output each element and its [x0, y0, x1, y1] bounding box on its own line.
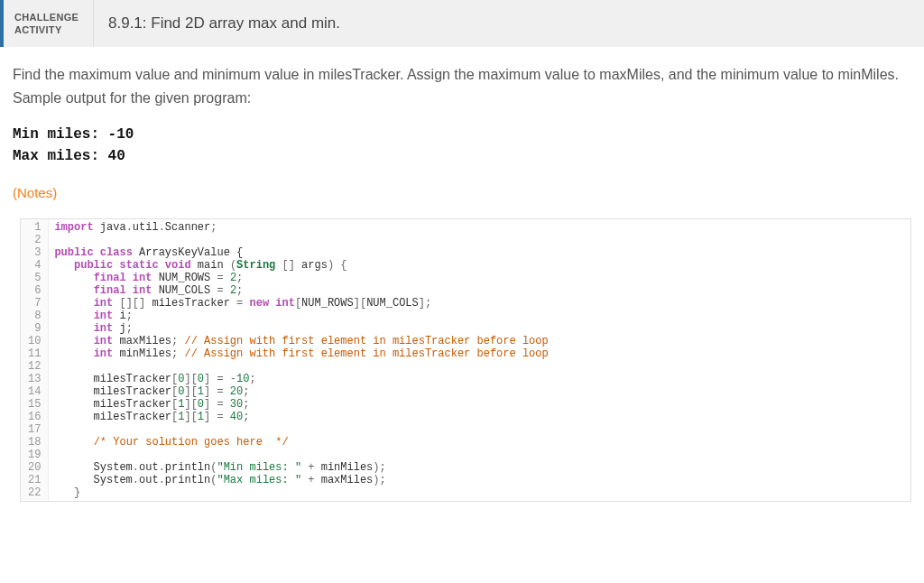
code-line[interactable]: int minMiles; // Assign with first eleme… — [54, 347, 905, 360]
code-line[interactable]: milesTracker[1][1] = 40; — [54, 411, 905, 423]
code-line[interactable]: System.out.println("Min miles: " + minMi… — [54, 461, 905, 474]
code-scroll-area[interactable]: 12345678910111213141516171819202122 impo… — [21, 219, 910, 501]
line-number: 15 — [28, 398, 41, 411]
line-number: 10 — [28, 335, 41, 347]
line-number: 21 — [28, 474, 41, 486]
content-area: Find the maximum value and minimum value… — [0, 47, 924, 200]
code-line[interactable]: milesTracker[1][0] = 30; — [54, 398, 905, 411]
code-line[interactable]: int [][] milesTracker = new int[NUM_ROWS… — [54, 297, 905, 310]
code-content[interactable]: import java.util.Scanner; public class A… — [49, 219, 910, 501]
line-number: 13 — [28, 373, 41, 385]
line-number: 4 — [28, 259, 41, 272]
line-number: 6 — [28, 284, 41, 297]
instruction-text: Find the maximum value and minimum value… — [13, 63, 911, 109]
line-number: 17 — [28, 423, 41, 436]
code-line[interactable]: int i; — [54, 310, 905, 322]
line-number: 16 — [28, 411, 41, 423]
line-number: 11 — [28, 347, 41, 360]
line-number: 8 — [28, 310, 41, 322]
line-number: 7 — [28, 297, 41, 310]
code-line[interactable]: public static void main (String [] args)… — [54, 259, 905, 272]
notes-link[interactable]: (Notes) — [13, 185, 911, 200]
code-line[interactable]: milesTracker[0][1] = 20; — [54, 385, 905, 398]
code-line[interactable]: final int NUM_ROWS = 2; — [54, 272, 905, 284]
challenge-word-2: ACTIVITY — [14, 23, 82, 36]
code-line[interactable]: } — [54, 486, 905, 499]
line-number: 5 — [28, 272, 41, 284]
challenge-header: CHALLENGE ACTIVITY 8.9.1: Find 2D array … — [0, 0, 924, 47]
code-line[interactable]: int maxMiles; // Assign with first eleme… — [54, 335, 905, 347]
line-number: 19 — [28, 449, 41, 461]
line-number: 3 — [28, 246, 41, 259]
code-line[interactable] — [54, 423, 905, 436]
code-line[interactable] — [54, 449, 905, 461]
line-number: 9 — [28, 322, 41, 335]
challenge-word-1: CHALLENGE — [14, 11, 82, 23]
code-line[interactable]: public class ArraysKeyValue { — [54, 246, 905, 259]
code-line[interactable]: System.out.println("Max miles: " + maxMi… — [54, 474, 905, 486]
challenge-activity-label: CHALLENGE ACTIVITY — [4, 0, 94, 47]
line-number: 18 — [28, 436, 41, 449]
line-number: 12 — [28, 360, 41, 373]
line-number: 20 — [28, 461, 41, 474]
code-line[interactable]: int j; — [54, 322, 905, 335]
line-number-gutter: 12345678910111213141516171819202122 — [21, 219, 49, 501]
code-line[interactable]: import java.util.Scanner; — [54, 221, 905, 234]
code-line[interactable]: milesTracker[0][0] = -10; — [54, 373, 905, 385]
sample-output: Min miles: -10 Max miles: 40 — [13, 124, 911, 167]
challenge-title: 8.9.1: Find 2D array max and min. — [94, 0, 355, 47]
code-editor: 12345678910111213141516171819202122 impo… — [20, 218, 911, 502]
code-line[interactable]: final int NUM_COLS = 2; — [54, 284, 905, 297]
line-number: 14 — [28, 385, 41, 398]
line-number: 1 — [28, 221, 41, 234]
code-line[interactable] — [54, 234, 905, 246]
code-line[interactable]: /* Your solution goes here */ — [54, 436, 905, 449]
code-line[interactable] — [54, 360, 905, 373]
line-number: 2 — [28, 234, 41, 246]
line-number: 22 — [28, 486, 41, 499]
